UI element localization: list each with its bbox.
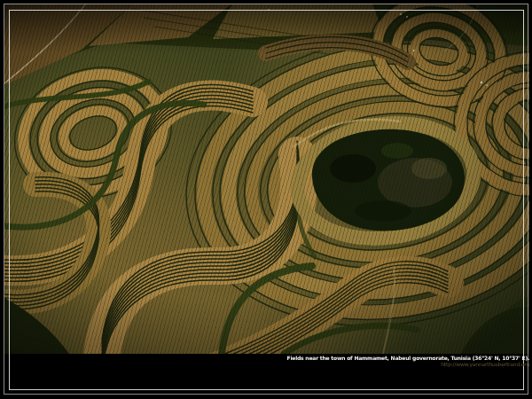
building-specks xyxy=(268,9,488,86)
fields-illustration xyxy=(4,4,529,354)
stripe-bundle-left xyxy=(4,85,253,282)
top-field-patches xyxy=(4,4,529,85)
stripe-bundle-lowerleft xyxy=(4,177,98,309)
caption-text: Fields near the town of Hammamet, Nabeul… xyxy=(287,355,529,361)
stripe-bundle-topband xyxy=(266,37,408,67)
stripe-bundle-center xyxy=(102,141,299,354)
road-lines xyxy=(4,4,479,354)
aerial-photo xyxy=(4,4,529,354)
dark-wedge-bottomright xyxy=(461,307,529,354)
field-whorl-topright xyxy=(358,4,519,121)
caption-credit-url: http://www.yannarthusbertrand.org xyxy=(287,361,529,367)
grass-ribbons xyxy=(4,82,529,354)
photo-caption: Fields near the town of Hammamet, Nabeul… xyxy=(287,355,529,367)
stripe-bundle-bottom xyxy=(142,262,448,354)
dark-wedge-bottomleft xyxy=(4,298,69,354)
field-whorl-right xyxy=(454,51,529,197)
tree-grove xyxy=(290,113,481,250)
wallpaper-canvas: Fields near the town of Hammamet, Nabeul… xyxy=(0,0,532,399)
field-whorl-upperleft xyxy=(4,48,189,219)
contour-rings xyxy=(168,12,529,351)
